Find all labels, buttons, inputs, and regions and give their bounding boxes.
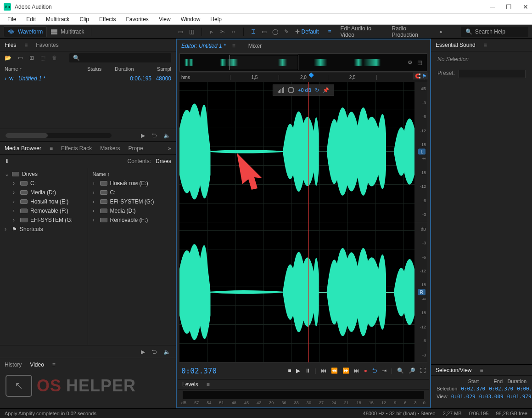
skip-selection-button[interactable]: ⇥	[382, 367, 386, 374]
menu-multitrack[interactable]: Multitrack	[41, 15, 74, 23]
tab-mixer[interactable]: Mixer	[248, 43, 262, 49]
lasso-tool[interactable]: ◯	[271, 28, 280, 36]
menu-effects[interactable]: Effects	[95, 15, 120, 23]
zoom-in-button[interactable]: 🔍	[397, 367, 404, 374]
waveform-display[interactable]: +0 dB ↻ 📌 dB-3-6-12-18-∞-18-12-6-3 L	[179, 82, 427, 362]
record-button[interactable]: ●	[364, 367, 367, 374]
levels-menu-icon[interactable]: ≡	[207, 381, 210, 388]
overview-waveform[interactable]: ⚙ ▤	[179, 53, 427, 72]
selection-dur[interactable]: 0:00.000	[517, 386, 532, 392]
video-menu-icon[interactable]: ≡	[52, 362, 56, 368]
tab-effects-rack[interactable]: Effects Rack	[61, 145, 92, 152]
marquee-tool[interactable]: ▭	[260, 28, 269, 36]
stop-button[interactable]: ■	[288, 367, 291, 374]
col-name[interactable]: Name ↑	[5, 66, 87, 72]
zoom-full-button[interactable]: ⛶	[420, 367, 426, 374]
tab-essential-sound[interactable]: Essential Sound	[436, 42, 476, 48]
zoom-out-button[interactable]: 🔎	[409, 367, 415, 374]
loop-icon[interactable]: ⮌	[151, 132, 157, 139]
files-hscroll[interactable]	[6, 133, 112, 138]
pin-icon[interactable]: 📌	[323, 87, 329, 93]
menu-window[interactable]: Window	[176, 15, 205, 23]
gain-knob-icon[interactable]	[288, 87, 294, 93]
multitrack-view-button[interactable]: Multitrack	[47, 27, 88, 37]
overview-selection[interactable]	[230, 55, 299, 70]
files-search[interactable]: 🔍	[69, 53, 171, 62]
media-loop-icon[interactable]: ⮌	[151, 349, 157, 355]
view-icon[interactable]: ▤	[417, 59, 422, 66]
tree-media-d[interactable]: ›Media (D:)	[0, 188, 88, 197]
list-removable[interactable]: ›Removable (F:)	[88, 215, 176, 225]
insert-icon[interactable]: ⬚	[40, 55, 45, 61]
play-icon[interactable]: ▶	[141, 132, 145, 139]
rewind-button[interactable]: ⏪	[331, 367, 338, 374]
file-row[interactable]: › Untitled 1 * 0:06.195 48000	[0, 73, 176, 84]
workspace-more[interactable]: »	[439, 28, 442, 35]
playhead-marker-icon[interactable]: 🔷	[308, 73, 314, 78]
menu-view[interactable]: View	[154, 15, 175, 23]
channel-l-badge[interactable]: L	[418, 149, 426, 155]
tab-files[interactable]: Files	[5, 42, 16, 48]
open-file-icon[interactable]: 📂	[5, 55, 11, 61]
list-c[interactable]: ›C:	[88, 188, 176, 197]
ess-menu-icon[interactable]: ≡	[484, 42, 487, 48]
tree-novyj-e[interactable]: ›Новый том (E:)	[0, 197, 88, 206]
menu-file[interactable]: File	[3, 15, 21, 23]
workspace-default[interactable]: Default	[302, 28, 319, 35]
time-ruler[interactable]: hms 1,5 2,0 2,5 3, 🔷 🧲⚑	[179, 73, 427, 82]
up-folder-icon[interactable]: ⬇	[5, 158, 9, 164]
col-duration[interactable]: Duration	[115, 66, 147, 72]
brush-tool[interactable]: ✎	[282, 28, 291, 36]
list-efi[interactable]: ›EFI-SYSTEM (G:)	[88, 197, 176, 206]
close-button[interactable]: ✕	[523, 3, 528, 11]
tab-levels[interactable]: Levels	[182, 381, 198, 388]
zoom-nav-icon[interactable]: ⚙	[408, 59, 413, 66]
minimize-button[interactable]: ─	[490, 3, 495, 11]
files-menu-icon[interactable]: ≡	[24, 42, 28, 48]
media-menu-icon[interactable]: ≡	[50, 145, 53, 152]
prev-button[interactable]: ⏮	[321, 367, 326, 374]
search-help-input[interactable]: 🔍 Search Help	[461, 27, 528, 37]
workspace-radio[interactable]: Radio Production	[392, 25, 431, 38]
spectral-button[interactable]: ◫	[188, 28, 196, 36]
list-novyj[interactable]: ›Новый том (E:)	[88, 179, 176, 188]
hud-button[interactable]: ▭	[177, 28, 185, 36]
delete-icon[interactable]: 🗑	[52, 55, 57, 61]
tree-drives[interactable]: ⌄Drives	[0, 169, 88, 179]
loop-button[interactable]: ⮌	[372, 367, 377, 374]
waveform-view-button[interactable]: Waveform	[4, 26, 47, 37]
selection-start[interactable]: 0:02.370	[461, 386, 485, 392]
workspace-edit-audio[interactable]: Edit Audio to Video	[341, 25, 383, 38]
tab-video[interactable]: Video	[30, 362, 44, 368]
razor-tool[interactable]: ✂	[218, 28, 227, 36]
menu-edit[interactable]: Edit	[22, 15, 40, 23]
menu-favorites[interactable]: Favorites	[122, 15, 153, 23]
menu-help[interactable]: Help	[206, 15, 226, 23]
list-media[interactable]: ›Media (D:)	[88, 206, 176, 215]
pause-button[interactable]: ⏸	[305, 367, 310, 374]
tree-c[interactable]: ›C:	[0, 179, 88, 188]
tab-media-browser[interactable]: Media Browser	[5, 145, 41, 152]
heal-tool[interactable]: ✚	[293, 28, 302, 36]
col-sample[interactable]: Sampl	[147, 66, 171, 72]
tab-markers[interactable]: Markers	[100, 145, 120, 152]
tree-shortcuts[interactable]: ›⚑Shortcuts	[0, 225, 88, 234]
tree-efi-g[interactable]: ›EFI-SYSTEM (G:	[0, 215, 88, 225]
contents-name-header[interactable]: Name ↑	[88, 169, 176, 179]
editor-menu-icon[interactable]: ≡	[232, 43, 235, 49]
move-tool[interactable]: ▹	[207, 28, 216, 36]
selview-menu-icon[interactable]: ≡	[480, 367, 483, 373]
record-file-icon[interactable]: ▭	[18, 55, 23, 61]
tab-history[interactable]: History	[5, 362, 22, 368]
snap-icon[interactable]: 🧲	[415, 73, 420, 79]
view-dur[interactable]: 0:01.979	[507, 394, 532, 400]
editor-title[interactable]: Editor: Untitled 1 *	[181, 43, 226, 49]
media-speaker-icon[interactable]: 🔈	[163, 349, 170, 355]
current-time[interactable]: 0:02.370	[181, 367, 217, 375]
workspace-menu-icon[interactable]: ≡	[328, 28, 331, 35]
maximize-button[interactable]: ☐	[506, 3, 512, 11]
menu-clip[interactable]: Clip	[75, 15, 94, 23]
selection-end[interactable]: 0:02.370	[489, 386, 513, 392]
tab-favorites[interactable]: Favorites	[36, 42, 58, 48]
tab-properties[interactable]: Prope	[129, 145, 143, 152]
